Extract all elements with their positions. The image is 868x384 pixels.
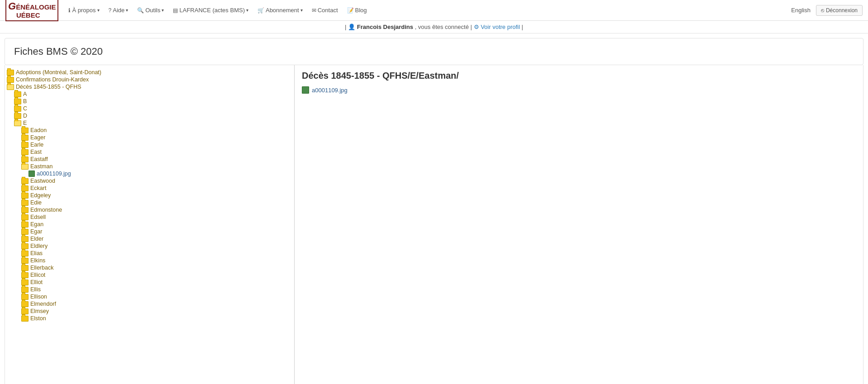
tree-folder-elmendorf[interactable]: Elmendorf bbox=[7, 300, 292, 308]
tree-folder-eastman[interactable]: Eastman bbox=[7, 163, 292, 170]
folder-icon bbox=[21, 149, 29, 155]
folder-label: Edie bbox=[30, 199, 42, 206]
folder-label: Edgeley bbox=[30, 192, 51, 199]
tree-file-a0001109-jpg[interactable]: a0001109.jpg bbox=[7, 170, 292, 177]
folder-label: E bbox=[23, 120, 27, 126]
tree-folder-e[interactable]: E bbox=[7, 119, 292, 127]
file-label: a0001109.jpg bbox=[37, 171, 71, 177]
folder-icon bbox=[21, 308, 29, 314]
right-panel-title: Décès 1845-1855 - QFHS/E/Eastman/ bbox=[302, 71, 856, 81]
tree-folder-adoptions-(montréal,-saint-donat)[interactable]: Adoptions (Montréal, Saint-Donat) bbox=[7, 69, 292, 76]
tree-folder-confirmations-drouin-kardex[interactable]: Confirmations Drouin-Kardex bbox=[7, 76, 292, 83]
folder-icon bbox=[21, 222, 29, 228]
tree-folder-elmsey[interactable]: Elmsey bbox=[7, 308, 292, 315]
nav-lafrance[interactable]: ▤ LAFRANCE (actes BMS) ▾ bbox=[169, 0, 252, 21]
tree-folder-edie[interactable]: Edie bbox=[7, 199, 292, 206]
folder-label: C bbox=[23, 105, 27, 112]
folder-icon bbox=[7, 77, 14, 83]
user-bar-suffix: | bbox=[521, 24, 523, 30]
nav-aide[interactable]: ? Aide ▾ bbox=[105, 0, 132, 21]
tree-container: Adoptions (Montréal, Saint-Donat)Confirm… bbox=[7, 69, 292, 322]
tree-folder-eager[interactable]: Eager bbox=[7, 134, 292, 141]
tree-folder-elkins[interactable]: Elkins bbox=[7, 257, 292, 264]
folder-icon bbox=[21, 128, 29, 133]
tree-folder-edmonstone[interactable]: Edmonstone bbox=[7, 206, 292, 213]
tree-folder-c[interactable]: C bbox=[7, 105, 292, 112]
tree-folder-elliot[interactable]: Elliot bbox=[7, 279, 292, 286]
brand-logo[interactable]: GÉNÉALOGIE UÉBEC bbox=[5, 0, 58, 21]
caret-icon: ▾ bbox=[126, 8, 128, 13]
nav-abonnement[interactable]: 🛒 Abonnement ▾ bbox=[254, 0, 306, 21]
folder-label: Confirmations Drouin-Kardex bbox=[16, 76, 89, 83]
folder-icon bbox=[21, 294, 29, 300]
tree-folder-d[interactable]: D bbox=[7, 112, 292, 119]
folder-icon bbox=[21, 207, 29, 213]
tree-folder-ellis[interactable]: Ellis bbox=[7, 286, 292, 293]
folder-icon bbox=[21, 301, 29, 307]
folder-label: B bbox=[23, 98, 27, 104]
folder-label: Adoptions (Montréal, Saint-Donat) bbox=[16, 69, 101, 76]
folder-label: Décès 1845-1855 - QFHS bbox=[16, 84, 81, 90]
tree-folder-a[interactable]: A bbox=[7, 90, 292, 98]
folder-label: Egar bbox=[30, 228, 42, 235]
voir-profil-link[interactable]: Voir votre profil bbox=[481, 24, 521, 30]
nav-a-propos[interactable]: ℹ À propos ▾ bbox=[65, 0, 103, 21]
folder-label: Elmsey bbox=[30, 308, 49, 314]
tree-folder-east[interactable]: East bbox=[7, 148, 292, 156]
tree-folder-elston[interactable]: Elston bbox=[7, 315, 292, 322]
database-icon: ▤ bbox=[173, 7, 178, 14]
folder-icon bbox=[21, 193, 29, 199]
tree-folder-edgeley[interactable]: Edgeley bbox=[7, 192, 292, 199]
tree-folder-earle[interactable]: Earle bbox=[7, 141, 292, 148]
tree-folder-elder[interactable]: Elder bbox=[7, 235, 292, 242]
folder-icon bbox=[21, 178, 29, 184]
nav-contact[interactable]: ✉ Contact bbox=[308, 0, 342, 21]
tree-panel[interactable]: Adoptions (Montréal, Saint-Donat)Confirm… bbox=[5, 65, 295, 384]
page-title: Fiches BMS © 2020 bbox=[14, 46, 854, 57]
info-icon: ℹ bbox=[68, 7, 71, 14]
tree-folder-ellerback[interactable]: Ellerback bbox=[7, 264, 292, 271]
tree-folder-eastaff[interactable]: Eastaff bbox=[7, 156, 292, 163]
right-file-item[interactable]: a0001109.jpg bbox=[302, 86, 856, 94]
folder-icon bbox=[21, 272, 29, 278]
folder-icon bbox=[21, 135, 29, 141]
folder-label: Eastman bbox=[30, 163, 52, 170]
nav-english[interactable]: English bbox=[787, 0, 814, 21]
caret-icon: ▾ bbox=[300, 8, 303, 13]
folder-label: Eager bbox=[30, 134, 45, 141]
gear-icon: ⚙ bbox=[474, 24, 479, 30]
folder-label: Ellis bbox=[30, 286, 41, 293]
tree-folder-egar[interactable]: Egar bbox=[7, 228, 292, 235]
folder-icon bbox=[7, 84, 14, 90]
folder-icon bbox=[21, 265, 29, 271]
tree-folder-eastwood[interactable]: Eastwood bbox=[7, 177, 292, 185]
question-icon: ? bbox=[109, 7, 112, 14]
tree-folder-ellicot[interactable]: Ellicot bbox=[7, 271, 292, 279]
folder-label: Egan bbox=[30, 221, 43, 228]
deconnexion-button[interactable]: ⎋ Déconnexion bbox=[816, 5, 863, 16]
tree-folder-egan[interactable]: Egan bbox=[7, 221, 292, 228]
folder-label: Elder bbox=[30, 236, 43, 242]
tree-folder-eadon[interactable]: Eadon bbox=[7, 127, 292, 134]
folder-label: Ellicot bbox=[30, 272, 45, 278]
tree-folder-eckart[interactable]: Eckart bbox=[7, 185, 292, 192]
tree-folder-edsell[interactable]: Edsell bbox=[7, 213, 292, 221]
deconnexion-icon: ⎋ bbox=[821, 7, 824, 14]
folder-icon bbox=[21, 164, 29, 170]
folder-icon bbox=[14, 99, 21, 104]
folder-label: Edsell bbox=[30, 214, 46, 220]
tree-folder-ellison[interactable]: Ellison bbox=[7, 293, 292, 300]
folder-label: Elston bbox=[30, 315, 46, 322]
tree-folder-elias[interactable]: Elias bbox=[7, 250, 292, 257]
folder-icon bbox=[21, 251, 29, 256]
user-icon: 👤 bbox=[348, 24, 355, 30]
nav-blog[interactable]: 📝 Blog bbox=[343, 0, 371, 21]
tree-folder-b[interactable]: B bbox=[7, 98, 292, 105]
folder-icon bbox=[21, 185, 29, 191]
tree-folder-eldlery[interactable]: Eldlery bbox=[7, 242, 292, 250]
folder-icon bbox=[21, 229, 29, 235]
nav-outils[interactable]: 🔍 Outils ▾ bbox=[134, 0, 167, 21]
folder-label: Ellison bbox=[30, 294, 47, 300]
tree-folder-décès-1845-1855---qfhs[interactable]: Décès 1845-1855 - QFHS bbox=[7, 83, 292, 90]
user-bar: | 👤 Francois Desjardins , vous êtes conn… bbox=[0, 21, 868, 33]
